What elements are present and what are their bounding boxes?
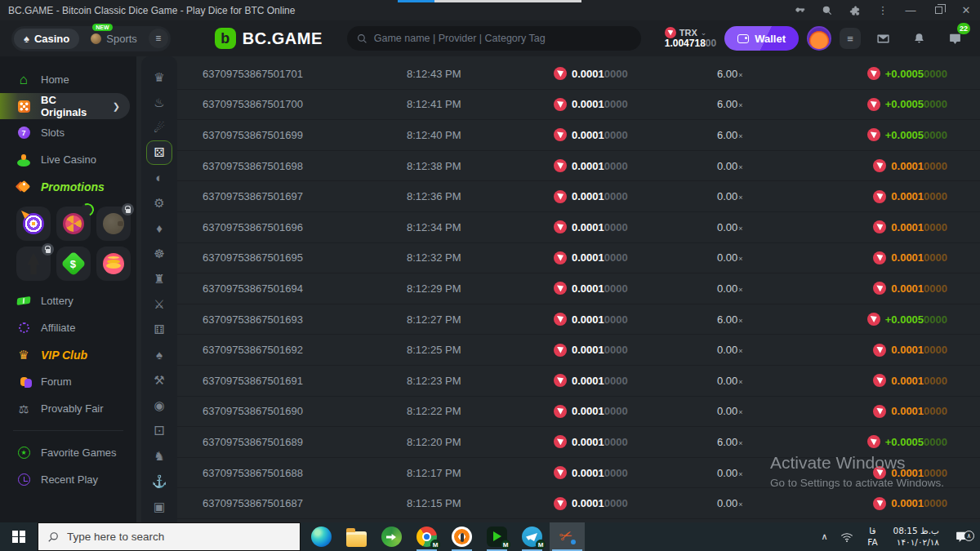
rail-game-icon[interactable]: ◉ xyxy=(146,393,172,418)
rail-game-icon[interactable]: ♞ xyxy=(146,443,172,469)
sidebar-item-promotions[interactable]: Promotions xyxy=(0,173,136,200)
language-indicator[interactable]: فا FA xyxy=(860,526,884,547)
tray-clock[interactable]: ب.ظ 08:15 ۱۴۰۱/۰۲/۱۸ xyxy=(893,526,939,548)
sidebar-item-favorite-games[interactable]: ★ Favorite Games xyxy=(0,439,136,466)
bcgame-logo[interactable]: b BC.GAME xyxy=(215,28,323,49)
bet-row[interactable]: 63709753867501696 8:12:34 PM 0.00010000 … xyxy=(177,212,980,243)
bet-row[interactable]: 63709753867501694 8:12:29 PM 0.00010000 … xyxy=(177,273,980,304)
start-button[interactable] xyxy=(0,522,38,551)
taskbar-app-icon[interactable] xyxy=(444,522,479,551)
chat-icon[interactable]: 22 xyxy=(941,24,969,52)
sidebar-item-provably-fair[interactable]: ⚖ Provably Fair xyxy=(0,395,136,422)
browser-menu-icon[interactable]: ⋮ xyxy=(869,0,897,20)
promo-tile[interactable] xyxy=(16,207,51,241)
sidebar-item-bc-originals[interactable]: BC Originals ❯ xyxy=(0,93,130,119)
bet-id: 63709753867501700 xyxy=(203,98,407,110)
bet-row[interactable]: 63709753867501689 8:12:20 PM 0.00010000 … xyxy=(177,427,980,458)
close-button[interactable]: ✕ xyxy=(952,0,980,20)
tab-sports[interactable]: NEW Sports xyxy=(81,29,147,49)
sidebar-item-home[interactable]: ⌂ Home xyxy=(0,66,136,93)
sidebar-item-slots[interactable]: 7 Slots xyxy=(0,119,136,146)
rail-game-icon[interactable]: ⚄ xyxy=(146,140,172,165)
sidebar-item-vip-club[interactable]: ♛ VIP Club xyxy=(0,341,136,368)
game-search-input[interactable] xyxy=(374,33,631,44)
promo-tile[interactable] xyxy=(56,247,91,281)
zoom-out-icon[interactable] xyxy=(813,0,841,20)
rail-game-icon[interactable]: ⚅ xyxy=(146,317,172,342)
rail-game-icon[interactable]: ⚔ xyxy=(146,291,172,317)
taskbar-app-icon[interactable]: M xyxy=(514,522,550,551)
bet-row[interactable]: 63709753867501690 8:12:22 PM 0.00010000 … xyxy=(177,397,980,428)
bet-multiplier: 0.00× xyxy=(717,497,840,509)
wifi-icon[interactable] xyxy=(835,531,858,544)
bet-row[interactable]: 63709753867501692 8:12:25 PM 0.00010000 … xyxy=(177,335,980,366)
rail-game-icon[interactable]: ☸ xyxy=(146,241,172,266)
sidebar-toggle-icon[interactable]: ≡ xyxy=(149,29,168,48)
extensions-icon[interactable] xyxy=(841,0,869,20)
bet-row[interactable]: 63709753867501699 8:12:40 PM 0.00010000 … xyxy=(177,120,980,151)
taskbar-search-input[interactable] xyxy=(67,531,291,543)
rail-game-icon[interactable]: ♦ xyxy=(146,216,172,241)
taskbar-app-icon[interactable] xyxy=(304,522,339,551)
taskbar-app-icon[interactable] xyxy=(374,522,409,551)
bet-row[interactable]: 63709753867501697 8:12:36 PM 0.00010000 … xyxy=(177,181,980,212)
rail-game-icon[interactable]: ⚙ xyxy=(146,190,172,216)
bet-row[interactable]: 63709753867501701 8:12:43 PM 0.00010000 … xyxy=(177,59,980,90)
rail-game-icon[interactable]: ⚒ xyxy=(146,367,172,393)
rail-game-icon[interactable]: ♜ xyxy=(146,266,172,291)
sidebar-item-affiliate[interactable]: Affiliate xyxy=(0,314,136,341)
tray-expand-icon[interactable]: ∧ xyxy=(814,531,834,542)
sidebar-item-lottery[interactable]: Lottery xyxy=(0,287,136,314)
scales-icon: ⚖ xyxy=(19,403,29,415)
rail-game-icon[interactable]: ☄ xyxy=(146,115,172,140)
taskbar-search[interactable] xyxy=(38,522,301,551)
rail-game-icon[interactable]: ▣ xyxy=(146,494,172,519)
rail-game-icon[interactable]: ♛ xyxy=(146,64,172,90)
game-search[interactable] xyxy=(347,26,641,51)
rail-game-icon[interactable]: ◐ xyxy=(146,165,172,190)
user-avatar[interactable] xyxy=(807,26,831,51)
promo-tile[interactable] xyxy=(56,207,91,241)
sidebar-item-live-casino[interactable]: Live Casino xyxy=(0,146,136,173)
promo-tile[interactable] xyxy=(16,247,51,281)
bet-row[interactable]: 63709753867501695 8:12:32 PM 0.00010000 … xyxy=(177,243,980,274)
bet-payout: 0.00010000 xyxy=(873,466,947,479)
rail-game-icon[interactable]: ♨ xyxy=(146,90,172,115)
bet-row[interactable]: 63709753867501687 8:12:15 PM 0.00010000 … xyxy=(177,488,980,519)
bet-row[interactable]: 63709753867501700 8:12:41 PM 0.00010000 … xyxy=(177,90,980,121)
taskbar-app-icon[interactable] xyxy=(550,522,585,551)
m-badge: M xyxy=(501,540,510,549)
balance-selector[interactable]: TRX ⌄ 1.00471800 xyxy=(665,27,716,50)
tab-casino[interactable]: ♠ Casino xyxy=(14,29,79,49)
trx-coin-icon xyxy=(554,159,567,172)
password-key-icon[interactable] xyxy=(786,0,813,20)
action-center-icon[interactable]: ۸ xyxy=(947,530,975,544)
rail-game-icon[interactable]: ♠ xyxy=(146,342,172,367)
bet-multiplier: 0.00× xyxy=(717,375,840,387)
sidebar-item-forum[interactable]: Forum xyxy=(0,368,136,395)
taskbar-app-icon[interactable]: M xyxy=(409,522,444,551)
promo-tile[interactable] xyxy=(96,247,131,281)
rail-game-icon[interactable]: ⚀ xyxy=(146,418,172,443)
bet-row[interactable]: 63709753867501691 8:12:23 PM 0.00010000 … xyxy=(177,366,980,397)
taskbar-app-icon[interactable] xyxy=(339,522,374,551)
currency-label: TRX xyxy=(679,28,697,38)
rail-game-icon[interactable]: ⚓ xyxy=(146,469,172,494)
dice-icon xyxy=(18,100,30,113)
bet-id: 63709753867501697 xyxy=(203,190,407,202)
user-menu-icon[interactable]: ≡ xyxy=(840,28,861,49)
minimize-button[interactable]: — xyxy=(897,0,924,20)
taskbar-app-icon[interactable]: M xyxy=(479,522,514,551)
trx-coin-icon xyxy=(554,220,567,233)
bet-multiplier: 6.00× xyxy=(717,98,840,110)
sidebar-item-recent-play[interactable]: Recent Play xyxy=(0,466,136,493)
spade-icon: ♠ xyxy=(24,33,29,45)
bet-row[interactable]: 63709753867501693 8:12:27 PM 0.00010000 … xyxy=(177,304,980,335)
bet-row[interactable]: 63709753867501698 8:12:38 PM 0.00010000 … xyxy=(177,151,980,182)
wallet-button[interactable]: Wallet xyxy=(724,26,799,51)
notifications-bell-icon[interactable] xyxy=(905,24,933,52)
promo-tile[interactable] xyxy=(96,207,131,241)
bet-row[interactable]: 63709753867501688 8:12:17 PM 0.00010000 … xyxy=(177,458,980,489)
mail-icon[interactable] xyxy=(869,24,897,52)
restore-button[interactable] xyxy=(924,0,952,20)
